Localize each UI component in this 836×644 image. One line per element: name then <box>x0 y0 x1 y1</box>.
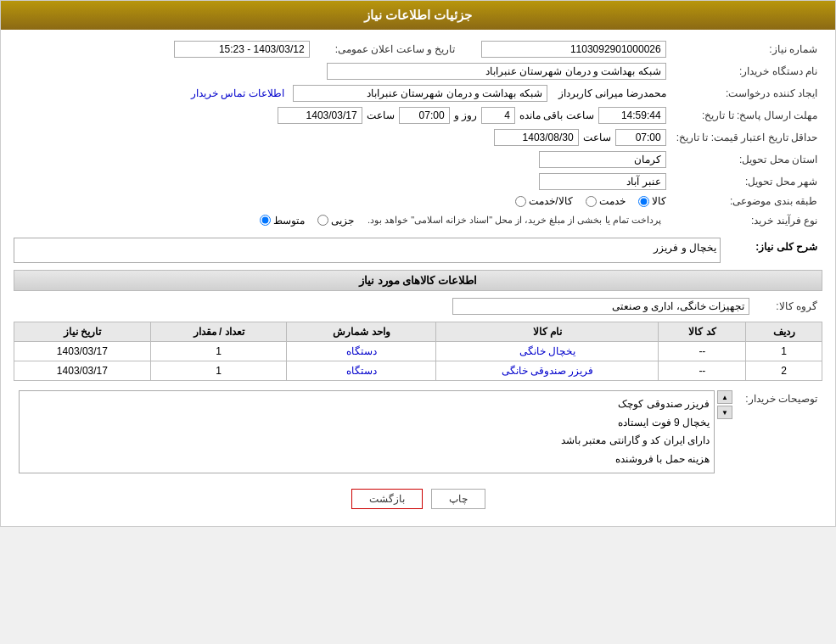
row-1-quantity: 1 <box>150 342 287 361</box>
category-radio-kala-khedmat[interactable] <box>515 196 526 207</box>
row-2-date: 1403/03/17 <box>14 361 151 381</box>
goods-group-value: تجهیزات خانگی، اداری و صنعتی <box>14 295 755 317</box>
category-radio-khedmat[interactable] <box>586 196 597 207</box>
row-1-name-link[interactable]: یخچال خانگی <box>519 345 575 357</box>
row-2-index: 2 <box>746 361 822 381</box>
response-days-label: روز و <box>454 109 477 121</box>
response-deadline-values: 1403/03/17 ساعت 07:00 روز و 4 ساعت باقی … <box>14 104 671 126</box>
goods-table-header-row: ردیف کد کالا نام کالا واحد شمارش تعداد /… <box>14 322 822 342</box>
row-buyer-org: نام دستگاه خریدار: شبکه بهداشت و درمان ش… <box>14 60 822 82</box>
row-2-code: -- <box>659 361 746 381</box>
row-2-name: فریزر صندوقی خانگی <box>436 361 659 381</box>
delivery-province-value: کرمان <box>14 148 671 171</box>
process-note: پرداخت تمام یا بخشی از مبلغ خرید، از محل… <box>362 212 666 228</box>
response-deadline-label: مهلت ارسال پاسخ: تا تاریخ: <box>671 104 822 126</box>
response-deadline-row: 1403/03/17 ساعت 07:00 روز و 4 ساعت باقی … <box>19 107 666 124</box>
col-name: نام کالا <box>436 322 659 342</box>
process-jozi-label: جزیی <box>331 215 354 227</box>
note-line-3: دارای ایران کد و گارانتی معتبر باشد <box>24 432 710 451</box>
goods-section-header: اطلاعات کالاهای مورد نیاز <box>14 270 822 291</box>
row-goods-group: گروه کالا: تجهیزات خانگی، اداری و صنعتی <box>14 295 822 317</box>
row-2-name-link[interactable]: فریزر صندوقی خانگی <box>502 365 594 377</box>
description-label: شرح کلی نیاز: <box>721 238 822 256</box>
row-2-unit-link[interactable]: دستگاه <box>346 365 377 377</box>
price-validity-label: حداقل تاریخ اعتبار قیمت: تا تاریخ: <box>671 126 822 148</box>
row-1-code: -- <box>659 342 746 361</box>
back-button[interactable]: بازگشت <box>351 489 423 509</box>
row-process: نوع فرآیند خرید: متوسط جزیی <box>14 210 822 231</box>
row-province: استان محل تحویل: کرمان <box>14 148 822 171</box>
category-radio-group: کالا/خدمت خدمت کالا <box>19 195 666 207</box>
need-number-input: 1103092901000026 <box>481 41 666 58</box>
process-row: متوسط جزیی پرداخت تمام یا بخشی از مبلغ خ… <box>19 212 666 228</box>
price-validity-time-input: 07:00 <box>615 129 666 146</box>
delivery-city-label: شهر محل تحویل: <box>671 171 822 193</box>
requester-org-input: شبکه بهداشت و درمان شهرستان عنبراباد <box>293 85 547 102</box>
process-option-motavasset: متوسط <box>260 215 305 227</box>
goods-table: ردیف کد کالا نام کالا واحد شمارش تعداد /… <box>14 322 822 381</box>
notes-textarea: فریزر صندوقی کوچک یخچال 9 فوت ایستاده دا… <box>19 390 715 473</box>
category-radio-kala[interactable] <box>638 196 649 207</box>
page-header: جزئیات اطلاعات نیاز <box>1 1 835 30</box>
row-notes: توصیحات خریدار: ▲ ▼ فریزر صندوقی کوچک یخ… <box>14 388 822 476</box>
goods-group-label: گروه کالا: <box>755 295 822 317</box>
row-1-name: یخچال خانگی <box>436 342 659 361</box>
need-number-label: شماره نیاز: <box>671 38 822 60</box>
category-option-khedmat: خدمت <box>586 195 626 207</box>
row-category: طبقه بندی موضوعی: کالا/خدمت خدمت کالا <box>14 193 822 210</box>
price-validity-values: 1403/08/30 ساعت 07:00 <box>14 126 671 148</box>
description-section: شرح کلی نیاز: یخچال و فریزر <box>14 238 822 263</box>
page-wrapper: جزئیات اطلاعات نیاز شماره نیاز: 11030929… <box>0 0 836 527</box>
scroll-up-button[interactable]: ▲ <box>717 390 732 404</box>
notes-container: ▲ ▼ فریزر صندوقی کوچک یخچال 9 فوت ایستاد… <box>19 390 732 473</box>
category-option-kala-khedmat: کالا/خدمت <box>515 195 572 207</box>
buyer-org-input: شبکه بهداشت و درمان شهرستان عنبراباد <box>327 63 666 80</box>
col-quantity: تعداد / مقدار <box>150 322 287 342</box>
note-line-2: یخچال 9 فوت ایستاده <box>24 414 710 433</box>
process-radio-jozi[interactable] <box>317 215 328 226</box>
buyer-org-value: شبکه بهداشت و درمان شهرستان عنبراباد <box>14 60 671 82</box>
requester-label: ایجاد کننده درخواست: <box>671 82 822 104</box>
goods-group-table: گروه کالا: تجهیزات خانگی، اداری و صنعتی <box>14 295 822 317</box>
content-area: شماره نیاز: 1103092901000026 تاریخ و ساع… <box>1 30 835 526</box>
announcement-input: 1403/03/12 - 15:23 <box>174 41 310 58</box>
note-line-4: هزینه حمل با فروشنده <box>24 451 710 469</box>
row-requester: ایجاد کننده درخواست: محمدرضا میرانی کارب… <box>14 82 822 104</box>
category-value: کالا/خدمت خدمت کالا <box>14 193 671 210</box>
description-input[interactable]: یخچال و فریزر <box>14 238 721 263</box>
note-line-1: فریزر صندوقی کوچک <box>24 395 710 414</box>
process-value: متوسط جزیی پرداخت تمام یا بخشی از مبلغ خ… <box>14 210 671 231</box>
col-unit: واحد شمارش <box>287 322 436 342</box>
price-validity-row: 1403/08/30 ساعت 07:00 <box>19 129 666 146</box>
row-1-index: 1 <box>746 342 822 361</box>
row-city: شهر محل تحویل: عنبر آباد <box>14 171 822 193</box>
col-date: تاریخ نیاز <box>14 322 151 342</box>
category-kala-khedmat-label: کالا/خدمت <box>529 195 572 207</box>
notes-table: توصیحات خریدار: ▲ ▼ فریزر صندوقی کوچک یخ… <box>14 388 822 476</box>
response-date-input: 1403/03/17 <box>278 107 362 124</box>
page-title: جزئیات اطلاعات نیاز <box>364 8 472 22</box>
scroll-down-button[interactable]: ▼ <box>717 406 732 419</box>
contact-link[interactable]: اطلاعات تماس خریدار <box>191 87 284 99</box>
category-option-kala: کالا <box>638 195 666 207</box>
row-1-unit-link[interactable]: دستگاه <box>346 345 377 357</box>
scroll-buttons: ▲ ▼ <box>717 390 732 419</box>
row-2-quantity: 1 <box>150 361 287 381</box>
response-time-label: ساعت <box>367 109 395 121</box>
price-validity-date-input: 1403/08/30 <box>494 129 579 146</box>
table-row: 2 -- فریزر صندوقی خانگی دستگاه 1 1403/03… <box>14 361 822 381</box>
requester-value: محمدرضا میرانی کاربرداز شبکه بهداشت و در… <box>14 82 671 104</box>
requester-user: محمدرضا میرانی کاربرداز <box>558 87 666 99</box>
response-days-input: 4 <box>481 107 515 124</box>
response-time-input: 07:00 <box>399 107 450 124</box>
response-remaining-label: ساعت باقی مانده <box>519 109 594 121</box>
process-radio-motavasset[interactable] <box>260 215 271 226</box>
row-need-number: شماره نیاز: 1103092901000026 تاریخ و ساع… <box>14 38 822 60</box>
buyer-org-label: نام دستگاه خریدار: <box>671 60 822 82</box>
col-code: کد کالا <box>659 322 746 342</box>
print-button[interactable]: چاپ <box>431 489 485 509</box>
announcement-label: تاریخ و ساعت اعلان عمومی: <box>315 38 476 60</box>
delivery-city-input: عنبر آباد <box>539 173 666 190</box>
category-khedmat-label: خدمت <box>599 195 626 207</box>
buyer-notes-label: توصیحات خریدار: <box>738 388 822 476</box>
